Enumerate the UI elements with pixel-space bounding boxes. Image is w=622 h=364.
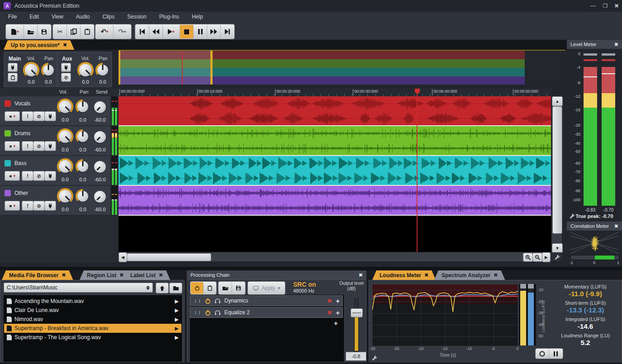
- solo-button[interactable]: !: [22, 201, 33, 211]
- file-row[interactable]: Clair De Lune.wav ▶: [4, 306, 181, 315]
- scroll-down-button[interactable]: ▼: [552, 243, 563, 253]
- track-pan-knob[interactable]: [76, 129, 90, 144]
- open-button[interactable]: [24, 25, 38, 38]
- file-row[interactable]: Nimrod.wav ▶: [4, 315, 181, 324]
- file-row[interactable]: Supertramp - The Logical Song.wav ▶: [4, 333, 181, 342]
- level-meter-close-icon[interactable]: ✖: [614, 42, 618, 47]
- tab-media-file-browser[interactable]: Media File Browser ✖: [2, 270, 73, 280]
- loudness-reset-button[interactable]: [536, 349, 549, 359]
- solo-button[interactable]: !: [22, 171, 33, 181]
- vertical-scrollbar-thumb[interactable]: [552, 106, 562, 234]
- track-pan-knob[interactable]: [76, 99, 90, 114]
- session-tab[interactable]: Up to you.session* ✖: [4, 40, 74, 50]
- new-file-button[interactable]: ▾: [6, 25, 24, 38]
- chain-paste-button[interactable]: [204, 282, 216, 294]
- clip-other[interactable]: [119, 186, 551, 216]
- redo-caret-icon[interactable]: ▾: [124, 30, 126, 34]
- processing-chain-close-icon[interactable]: ✖: [359, 272, 363, 278]
- track-row-drums[interactable]: Drums●▾!⊘0.00.0-60.0: [0, 126, 110, 155]
- track-row-bass[interactable]: Bass●▾!⊘0.00.0-60.0: [0, 156, 110, 185]
- combo-spinner-icon[interactable]: [146, 286, 150, 290]
- paste-button[interactable]: [81, 25, 94, 38]
- menu-audio[interactable]: Audio: [70, 12, 96, 22]
- menu-plugins[interactable]: Plug-Ins: [153, 12, 185, 22]
- track-vol-knob[interactable]: [57, 188, 73, 204]
- file-play-button[interactable]: ▶: [175, 317, 179, 322]
- mute-button[interactable]: ⊘: [33, 201, 45, 211]
- folder-up-button[interactable]: [156, 283, 169, 293]
- mute-button[interactable]: ⊘: [33, 111, 45, 121]
- track-send-knob[interactable]: [94, 161, 106, 173]
- aux-pan-knob[interactable]: [95, 63, 110, 77]
- solo-button[interactable]: !: [22, 111, 33, 121]
- play-button[interactable]: ▾: [163, 25, 180, 38]
- menu-session[interactable]: Session: [121, 12, 153, 22]
- track-vol-knob[interactable]: [57, 158, 73, 175]
- rewind-button[interactable]: [149, 25, 163, 38]
- chain-save-button[interactable]: [232, 282, 245, 294]
- track-vol-knob[interactable]: [57, 99, 73, 115]
- loudness-settings-icon[interactable]: [371, 355, 377, 362]
- tab-close-icon[interactable]: ✖: [119, 272, 123, 278]
- file-row[interactable]: Ascending the Mountain.wav ▶: [4, 297, 181, 306]
- chain-item-equalize[interactable]: ⋮⋮ Equalize 2 ✖ +: [190, 307, 343, 318]
- overview-viewport[interactable]: [119, 51, 213, 85]
- menu-help[interactable]: Help: [185, 12, 209, 22]
- chain-add-icon[interactable]: +: [336, 297, 340, 305]
- file-play-button[interactable]: ▶: [175, 298, 179, 304]
- mute-button[interactable]: ⊘: [33, 171, 45, 181]
- correlation-meter-close-icon[interactable]: ✖: [614, 223, 618, 229]
- timeline-ruler[interactable]: 00:00:00:000 00:00:10:000 00:00:20:000 0…: [119, 88, 551, 96]
- browse-folder-button[interactable]: [169, 283, 182, 293]
- maximize-button[interactable]: ❒: [600, 2, 610, 9]
- clip-bass[interactable]: [119, 156, 551, 186]
- tab-loudness-meter[interactable]: Loudness Meter ✖: [372, 270, 436, 280]
- close-button[interactable]: ✖: [612, 2, 622, 9]
- main-paste-button[interactable]: [8, 73, 18, 82]
- play-caret-icon[interactable]: ▾: [172, 30, 175, 34]
- chain-open-button[interactable]: [219, 282, 232, 294]
- menu-clips[interactable]: Clips: [96, 12, 121, 22]
- aux-bypass-button[interactable]: ⊘: [61, 73, 71, 82]
- main-pan-knob[interactable]: [41, 63, 56, 77]
- output-fader-handle[interactable]: [351, 308, 363, 317]
- tab-close-icon[interactable]: ✖: [62, 272, 66, 278]
- redo-button[interactable]: ↷ ▾: [114, 25, 131, 38]
- scroll-right-button[interactable]: ▶: [542, 252, 551, 262]
- clip-drums[interactable]: [119, 126, 551, 156]
- tab-close-icon[interactable]: ✖: [494, 272, 498, 278]
- scroll-up-button[interactable]: ▲: [552, 96, 563, 106]
- tab-close-icon[interactable]: ✖: [424, 272, 428, 278]
- drag-handle-icon[interactable]: ⋮⋮: [193, 310, 201, 315]
- skip-start-button[interactable]: [136, 25, 149, 38]
- zoom-out-button[interactable]: [532, 253, 542, 262]
- scroll-left-button[interactable]: ◀: [119, 252, 127, 262]
- chain-item-dynamics[interactable]: ⋮⋮ Dynamics ✖ +: [190, 295, 343, 306]
- track-send-knob[interactable]: [94, 190, 106, 203]
- record-arm-button[interactable]: ●▾: [5, 171, 20, 181]
- track-vol-knob[interactable]: [57, 128, 73, 145]
- main-plug-button[interactable]: [8, 63, 18, 72]
- pause-button[interactable]: [194, 25, 207, 38]
- horizontal-scrollbar-thumb[interactable]: [127, 253, 211, 261]
- track-row-vocals[interactable]: Vocals●▾!⊘0.00.0-60.0: [0, 96, 110, 125]
- record-arm-button[interactable]: ●▾: [5, 141, 20, 151]
- clip-vocals[interactable]: [119, 96, 551, 126]
- aux-plug-button[interactable]: [61, 63, 71, 72]
- aux-vol-knob[interactable]: [77, 62, 94, 78]
- file-play-button[interactable]: ▶: [175, 326, 179, 331]
- undo-caret-icon[interactable]: ▾: [106, 30, 109, 34]
- menu-view[interactable]: View: [45, 12, 70, 22]
- drag-handle-icon[interactable]: ⋮⋮: [193, 298, 201, 303]
- tab-close-icon[interactable]: ✖: [159, 272, 163, 278]
- zoom-in-button[interactable]: [523, 253, 533, 262]
- new-file-caret-icon[interactable]: ▾: [17, 30, 19, 34]
- effects-plug-button[interactable]: [44, 111, 56, 121]
- effects-plug-button[interactable]: [44, 141, 56, 151]
- cut-button[interactable]: ✂: [53, 25, 67, 38]
- file-play-button[interactable]: ▶: [175, 335, 179, 340]
- session-tab-close-icon[interactable]: ✖: [63, 42, 67, 48]
- record-arm-button[interactable]: ●▾: [5, 201, 20, 211]
- minimize-button[interactable]: —: [588, 2, 598, 9]
- chain-remove-icon[interactable]: ✖: [327, 309, 332, 316]
